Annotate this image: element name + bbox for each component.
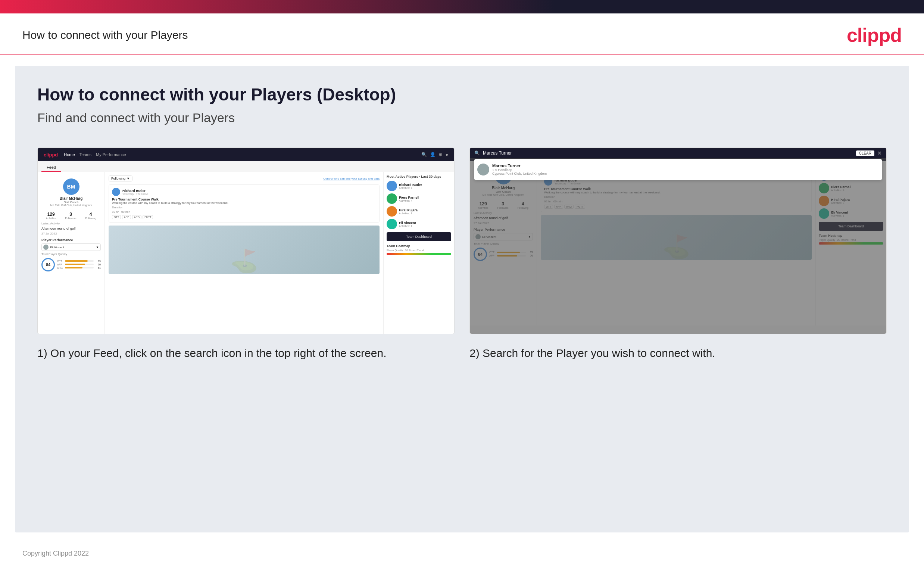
golfer-silhouette-icon: ⛳ [230, 248, 258, 274]
quality-score-1: 84 OTT 79 [41, 258, 101, 271]
nav-icons-1: 🔍 👤 ⚙ ● [421, 152, 448, 157]
user-icon-1[interactable]: 👤 [430, 152, 435, 157]
team-heatmap-subtitle: Player Quality · 20 Round Trend [387, 249, 451, 252]
activity-card-1: Richard Butler Yesterday · The Grove Pre… [108, 185, 380, 222]
avatar-icon-1[interactable]: ● [446, 152, 448, 157]
nav-my-performance[interactable]: My Performance [96, 153, 126, 157]
selected-player-name: Eli Vincent [50, 246, 64, 249]
top-bar [0, 0, 924, 13]
search-dropdown: Marcus Turner 1-5 Handicap Cypress Point… [474, 159, 882, 180]
nav-teams[interactable]: Teams [79, 153, 91, 157]
shot-tags: OTT APP ARG PUTT [112, 215, 376, 219]
latest-activity-text: Afternoon round of golf [41, 227, 101, 231]
following-btn-label: Following [111, 177, 125, 180]
main-content: How to connect with your Players (Deskto… [15, 66, 909, 533]
player-list-item-2: Piers Parnell Activities: 4 [387, 193, 451, 204]
player-performance-title-1: Player Performance [41, 238, 101, 242]
team-dashboard-btn[interactable]: Team Dashboard [387, 232, 451, 241]
nav-links-1: Home Teams My Performance [64, 153, 126, 157]
player-avatar-richard [387, 181, 397, 191]
activity-duration: Duration [112, 206, 376, 209]
profile-name-1: Blair McHarg [41, 196, 101, 201]
score-circle-1: 84 [41, 258, 55, 271]
search-result-avatar [477, 164, 489, 175]
player-avatar-hiral [387, 206, 397, 217]
player-selector-1[interactable]: Eli Vincent ▼ [41, 244, 101, 251]
control-link[interactable]: Control who can see your activity and da… [323, 177, 380, 180]
stat-activities: 129 Activities [46, 212, 57, 219]
app-screenshot-1: clippd Home Teams My Performance 🔍 👤 ⚙ ●… [37, 148, 455, 334]
team-heatmap-title: Team Heatmap [387, 244, 451, 248]
search-result-marcus[interactable]: Marcus Turner 1-5 Handicap Cypress Point… [477, 162, 879, 177]
search-magnifier-icon: 🔍 [474, 151, 480, 156]
most-active-title: Most Active Players · Last 30 days [387, 175, 451, 179]
player-activities-richard: Activities: 7 [399, 187, 422, 189]
tag-putt: PUTT [142, 215, 153, 219]
activity-duration-value: 02 hr : 00 min [112, 210, 376, 214]
app-screenshot-2: clippd Home Teams My Performance 🔍 👤 ⚙ [469, 148, 887, 334]
close-search-button[interactable]: ✕ [877, 150, 882, 156]
screenshot-2-col: clippd Home Teams My Performance 🔍 👤 ⚙ [469, 148, 887, 361]
search-bar-container: 🔍 Marcus Turner CLEAR ✕ Marcus Turner 1-… [470, 148, 886, 181]
player-name-eli: Eli Vincent [399, 221, 416, 225]
profile-section-1: BM Blair McHarg Golf Coach Mill Ride Gol… [41, 175, 101, 209]
player-avatar-sm [43, 245, 49, 250]
latest-activity-label: Latest Activity [41, 222, 101, 225]
clear-button[interactable]: CLEAR [856, 151, 874, 156]
app-logo-1: clippd [44, 152, 58, 157]
player-performance-section-1: Player Performance Eli Vincent ▼ Total P… [41, 238, 101, 271]
player-list-item-1: Richard Butler Activities: 7 [387, 181, 451, 191]
profile-club-1: Mill Ride Golf Club, United Kingdom [41, 204, 101, 206]
main-subtitle: Find and connect with your Players [37, 110, 887, 125]
profile-avatar-1: BM [63, 179, 79, 195]
stat-followers: 3 Followers [65, 212, 76, 219]
golfer-image: ⛳ [108, 226, 380, 274]
following-row: Following ▼ Control who can see your act… [108, 175, 380, 182]
activity-user-date: Yesterday · The Grove [122, 193, 149, 195]
clippd-logo: clippd [847, 24, 901, 46]
heatmap-bar [387, 253, 451, 255]
search-result-handicap: 1-5 Handicap [492, 168, 547, 172]
tag-arg: ARG [132, 215, 141, 219]
middle-panel-1: Following ▼ Control who can see your act… [105, 172, 383, 334]
tag-app: APP [122, 215, 131, 219]
player-activities-hiral: Activities: 3 [399, 212, 417, 215]
caption-2: 2) Search for the Player you wish to con… [469, 345, 887, 361]
app-navbar-1: clippd Home Teams My Performance 🔍 👤 ⚙ ● [38, 148, 454, 161]
right-panel-1: Most Active Players · Last 30 days Richa… [383, 172, 454, 334]
caption-1: 1) On your Feed, click on the search ico… [37, 345, 455, 361]
player-activities-piers: Activities: 4 [399, 200, 419, 202]
page-header: How to connect with your Players clippd [0, 13, 924, 55]
left-panel-1: BM Blair McHarg Golf Coach Mill Ride Gol… [38, 172, 105, 334]
activity-desc: Walking the course with my coach to buil… [112, 201, 376, 205]
nav-home[interactable]: Home [64, 153, 74, 157]
tag-ott: OTT [112, 215, 121, 219]
activity-user-name: Richard Butler [122, 189, 149, 193]
activity-user-avatar [112, 188, 120, 196]
search-icon-1[interactable]: 🔍 [421, 152, 427, 157]
bars-section-1: OTT 79 APP [57, 260, 101, 270]
settings-icon-1[interactable]: ⚙ [439, 152, 443, 157]
page-footer: Copyright Clippd 2022 [0, 544, 924, 563]
player-name-richard: Richard Butler [399, 183, 422, 187]
following-button[interactable]: Following ▼ [108, 175, 133, 182]
stats-row-1: 129 Activities 3 Followers 4 Following [41, 212, 101, 219]
main-title: How to connect with your Players (Deskto… [37, 84, 887, 104]
bar-app: APP 70 [57, 263, 101, 266]
search-result-name: Marcus Turner [492, 164, 547, 168]
latest-activity-date: 27 Jul 2022 [41, 232, 101, 235]
screenshots-row: clippd Home Teams My Performance 🔍 👤 ⚙ ●… [37, 148, 887, 361]
copyright-text: Copyright Clippd 2022 [23, 550, 89, 557]
page-title: How to connect with your Players [23, 29, 188, 41]
player-avatar-piers [387, 193, 397, 204]
player-list-item-4: Eli Vincent Activities: 1 [387, 219, 451, 229]
player-list-item-3: Hiral Pujara Activities: 3 [387, 206, 451, 217]
player-activities-eli: Activities: 1 [399, 225, 416, 227]
activity-user-row: Richard Butler Yesterday · The Grove [112, 188, 376, 196]
screenshot-1-col: clippd Home Teams My Performance 🔍 👤 ⚙ ●… [37, 148, 455, 361]
player-name-piers: Piers Parnell [399, 196, 419, 200]
activity-title: Pre Tournament Course Walk [112, 198, 376, 201]
search-input-display[interactable]: Marcus Turner [483, 151, 853, 156]
app-body-1: BM Blair McHarg Golf Coach Mill Ride Gol… [38, 172, 454, 334]
feed-tab-1[interactable]: Feed [41, 164, 61, 172]
